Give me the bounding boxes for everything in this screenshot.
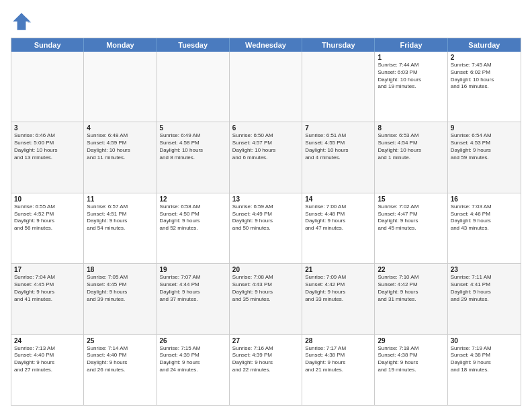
day-number: 19	[160, 266, 226, 273]
calendar-row-3: 17Sunrise: 7:04 AM Sunset: 4:45 PM Dayli…	[11, 263, 521, 334]
calendar-cell: 26Sunrise: 7:15 AM Sunset: 4:39 PM Dayli…	[157, 335, 230, 405]
header	[11, 11, 521, 32]
calendar-cell: 28Sunrise: 7:17 AM Sunset: 4:38 PM Dayli…	[302, 335, 375, 405]
day-number: 26	[160, 337, 226, 345]
logo-icon	[11, 11, 32, 32]
calendar-cell: 6Sunrise: 6:50 AM Sunset: 4:57 PM Daylig…	[230, 122, 302, 192]
calendar-cell: 11Sunrise: 6:57 AM Sunset: 4:51 PM Dayli…	[84, 193, 157, 263]
weekday-header-monday: Monday	[84, 38, 157, 52]
calendar-cell: 9Sunrise: 6:54 AM Sunset: 4:53 PM Daylig…	[448, 122, 521, 192]
cell-text: Sunrise: 6:48 AM Sunset: 4:59 PM Dayligh…	[87, 132, 153, 161]
day-number: 18	[87, 266, 153, 273]
day-number: 3	[14, 124, 81, 132]
weekday-header-sunday: Sunday	[11, 38, 84, 52]
day-number: 8	[378, 124, 444, 132]
day-number: 22	[378, 266, 444, 273]
cell-text: Sunrise: 6:53 AM Sunset: 4:54 PM Dayligh…	[378, 132, 444, 161]
calendar-cell: 4Sunrise: 6:48 AM Sunset: 4:59 PM Daylig…	[84, 122, 157, 192]
day-number: 24	[14, 337, 81, 345]
cell-text: Sunrise: 6:59 AM Sunset: 4:49 PM Dayligh…	[232, 203, 299, 232]
calendar-cell: 22Sunrise: 7:10 AM Sunset: 4:42 PM Dayli…	[375, 264, 447, 334]
weekday-header-thursday: Thursday	[302, 38, 375, 52]
calendar-cell	[157, 52, 230, 122]
calendar-cell: 16Sunrise: 7:03 AM Sunset: 4:46 PM Dayli…	[448, 193, 521, 263]
weekday-header-friday: Friday	[375, 38, 447, 52]
cell-text: Sunrise: 6:50 AM Sunset: 4:57 PM Dayligh…	[232, 132, 299, 161]
day-number: 14	[305, 195, 371, 203]
calendar-cell: 3Sunrise: 6:46 AM Sunset: 5:00 PM Daylig…	[11, 122, 84, 192]
cell-text: Sunrise: 6:46 AM Sunset: 5:00 PM Dayligh…	[14, 132, 81, 161]
weekday-header-wednesday: Wednesday	[230, 38, 302, 52]
calendar-cell: 27Sunrise: 7:16 AM Sunset: 4:39 PM Dayli…	[230, 335, 302, 405]
cell-text: Sunrise: 7:09 AM Sunset: 4:42 PM Dayligh…	[305, 274, 371, 303]
calendar-cell: 15Sunrise: 7:02 AM Sunset: 4:47 PM Dayli…	[375, 193, 447, 263]
cell-text: Sunrise: 7:19 AM Sunset: 4:38 PM Dayligh…	[451, 345, 518, 374]
calendar-cell: 19Sunrise: 7:07 AM Sunset: 4:44 PM Dayli…	[157, 264, 230, 334]
cell-text: Sunrise: 7:14 AM Sunset: 4:40 PM Dayligh…	[87, 345, 153, 374]
calendar-row-1: 3Sunrise: 6:46 AM Sunset: 5:00 PM Daylig…	[11, 122, 521, 192]
calendar-cell: 20Sunrise: 7:08 AM Sunset: 4:43 PM Dayli…	[230, 264, 302, 334]
logo	[11, 11, 35, 32]
calendar-cell	[230, 52, 302, 122]
calendar-body: 1Sunrise: 7:44 AM Sunset: 6:03 PM Daylig…	[11, 52, 521, 405]
calendar-cell: 8Sunrise: 6:53 AM Sunset: 4:54 PM Daylig…	[375, 122, 447, 192]
day-number: 17	[14, 266, 81, 273]
cell-text: Sunrise: 7:16 AM Sunset: 4:39 PM Dayligh…	[232, 345, 299, 374]
calendar-cell	[302, 52, 375, 122]
cell-text: Sunrise: 7:44 AM Sunset: 6:03 PM Dayligh…	[378, 62, 444, 91]
calendar-cell: 23Sunrise: 7:11 AM Sunset: 4:41 PM Dayli…	[448, 264, 521, 334]
day-number: 6	[232, 124, 299, 132]
day-number: 10	[14, 195, 81, 203]
cell-text: Sunrise: 7:03 AM Sunset: 4:46 PM Dayligh…	[451, 203, 518, 232]
cell-text: Sunrise: 7:08 AM Sunset: 4:43 PM Dayligh…	[232, 274, 299, 303]
calendar-cell	[84, 52, 157, 122]
calendar-cell: 13Sunrise: 6:59 AM Sunset: 4:49 PM Dayli…	[230, 193, 302, 263]
day-number: 30	[451, 337, 518, 345]
cell-text: Sunrise: 7:15 AM Sunset: 4:39 PM Dayligh…	[160, 345, 226, 374]
calendar-row-2: 10Sunrise: 6:55 AM Sunset: 4:52 PM Dayli…	[11, 193, 521, 263]
calendar-cell: 7Sunrise: 6:51 AM Sunset: 4:55 PM Daylig…	[302, 122, 375, 192]
calendar-cell: 1Sunrise: 7:44 AM Sunset: 6:03 PM Daylig…	[375, 52, 447, 122]
day-number: 4	[87, 124, 153, 132]
calendar-cell: 5Sunrise: 6:49 AM Sunset: 4:58 PM Daylig…	[157, 122, 230, 192]
cell-text: Sunrise: 7:45 AM Sunset: 6:02 PM Dayligh…	[451, 62, 518, 91]
day-number: 11	[87, 195, 153, 203]
day-number: 23	[451, 266, 518, 273]
day-number: 21	[305, 266, 371, 273]
calendar-cell: 25Sunrise: 7:14 AM Sunset: 4:40 PM Dayli…	[84, 335, 157, 405]
svg-marker-0	[13, 13, 30, 30]
calendar-cell: 2Sunrise: 7:45 AM Sunset: 6:02 PM Daylig…	[448, 52, 521, 122]
cell-text: Sunrise: 6:51 AM Sunset: 4:55 PM Dayligh…	[305, 132, 371, 161]
cell-text: Sunrise: 6:58 AM Sunset: 4:50 PM Dayligh…	[160, 203, 226, 232]
day-number: 15	[378, 195, 444, 203]
cell-text: Sunrise: 7:13 AM Sunset: 4:40 PM Dayligh…	[14, 345, 81, 374]
day-number: 13	[232, 195, 299, 203]
day-number: 9	[451, 124, 518, 132]
calendar-cell: 21Sunrise: 7:09 AM Sunset: 4:42 PM Dayli…	[302, 264, 375, 334]
day-number: 7	[305, 124, 371, 132]
calendar-cell	[11, 52, 84, 122]
day-number: 2	[451, 54, 518, 61]
cell-text: Sunrise: 7:10 AM Sunset: 4:42 PM Dayligh…	[378, 274, 444, 303]
day-number: 29	[378, 337, 444, 345]
calendar-cell: 29Sunrise: 7:18 AM Sunset: 4:38 PM Dayli…	[375, 335, 447, 405]
cell-text: Sunrise: 7:11 AM Sunset: 4:41 PM Dayligh…	[451, 274, 518, 303]
day-number: 27	[232, 337, 299, 345]
cell-text: Sunrise: 7:02 AM Sunset: 4:47 PM Dayligh…	[378, 203, 444, 232]
calendar-cell: 12Sunrise: 6:58 AM Sunset: 4:50 PM Dayli…	[157, 193, 230, 263]
day-number: 25	[87, 337, 153, 345]
cell-text: Sunrise: 7:07 AM Sunset: 4:44 PM Dayligh…	[160, 274, 226, 303]
cell-text: Sunrise: 7:00 AM Sunset: 4:48 PM Dayligh…	[305, 203, 371, 232]
calendar-cell: 30Sunrise: 7:19 AM Sunset: 4:38 PM Dayli…	[448, 335, 521, 405]
cell-text: Sunrise: 7:17 AM Sunset: 4:38 PM Dayligh…	[305, 345, 371, 374]
calendar-row-0: 1Sunrise: 7:44 AM Sunset: 6:03 PM Daylig…	[11, 52, 521, 122]
cell-text: Sunrise: 6:55 AM Sunset: 4:52 PM Dayligh…	[14, 203, 81, 232]
day-number: 28	[305, 337, 371, 345]
cell-text: Sunrise: 6:49 AM Sunset: 4:58 PM Dayligh…	[160, 132, 226, 161]
calendar-cell: 10Sunrise: 6:55 AM Sunset: 4:52 PM Dayli…	[11, 193, 84, 263]
cell-text: Sunrise: 7:18 AM Sunset: 4:38 PM Dayligh…	[378, 345, 444, 374]
calendar-header: SundayMondayTuesdayWednesdayThursdayFrid…	[11, 38, 521, 52]
calendar-cell: 17Sunrise: 7:04 AM Sunset: 4:45 PM Dayli…	[11, 264, 84, 334]
cell-text: Sunrise: 7:05 AM Sunset: 4:45 PM Dayligh…	[87, 274, 153, 303]
day-number: 16	[451, 195, 518, 203]
